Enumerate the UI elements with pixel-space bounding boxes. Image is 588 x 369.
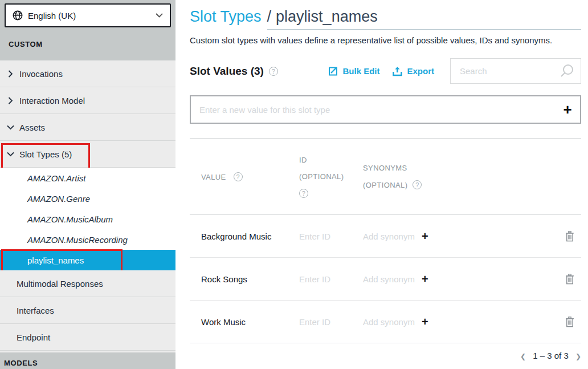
page-title: playlist_names	[276, 8, 378, 25]
main-content: Slot Types /playlist_names Custom slot t…	[175, 0, 588, 369]
chevron-icon	[8, 70, 19, 78]
slot-type-item-label: AMAZON.Artist	[27, 173, 86, 183]
pagination-prev-icon[interactable]: ❮	[520, 352, 526, 360]
sidebar-lower-nav: Multimodal Responses Interfaces Endpoint	[0, 270, 175, 351]
slot-value-text: Rock Songs	[201, 274, 299, 284]
slot-value-row: Work Music +	[190, 301, 581, 343]
models-section-header: MODELS	[0, 352, 175, 367]
sidebar-nav: Invocations Interaction Model Assets	[0, 60, 175, 168]
new-slot-value-box: +	[190, 95, 581, 124]
slot-value-row: Rock Songs +	[190, 258, 581, 301]
add-synonym-button[interactable]: +	[422, 316, 428, 327]
slot-type-item[interactable]: AMAZON.Artist	[0, 168, 175, 188]
sidebar-nav-item[interactable]: Endpoint	[0, 324, 175, 351]
breadcrumb-parent-link[interactable]: Slot Types	[190, 8, 262, 26]
search-input[interactable]	[460, 66, 559, 76]
sidebar-nav-item-label: Multimodal Responses	[17, 279, 103, 289]
slot-value-text: Work Music	[201, 317, 299, 327]
sidebar-nav-item[interactable]: Assets	[0, 114, 175, 141]
synonym-input[interactable]	[363, 232, 417, 241]
page-description: Custom slot types with values define a r…	[190, 35, 581, 45]
slot-type-item-label: AMAZON.Genre	[27, 194, 90, 204]
synonym-input[interactable]	[363, 317, 417, 327]
column-header-synonyms-optional: (OPTIONAL)	[363, 181, 407, 189]
synonym-input[interactable]	[363, 274, 417, 284]
add-value-button[interactable]: +	[555, 102, 580, 117]
chevron-icon	[8, 151, 19, 158]
breadcrumb: Slot Types /playlist_names	[190, 8, 581, 30]
help-icon[interactable]: ?	[234, 172, 243, 181]
language-section: English (UK) CUSTOM	[0, 0, 175, 60]
add-synonym-button[interactable]: +	[422, 273, 428, 285]
id-input[interactable]	[299, 317, 353, 327]
toolbar: Slot Values (3) ? Bulk Edit Export	[190, 58, 581, 84]
sidebar-nav-item-label: Interfaces	[17, 306, 54, 315]
delete-icon[interactable]	[565, 274, 574, 285]
sidebar-nav-item-label: Interaction Model	[19, 96, 85, 106]
delete-icon[interactable]	[565, 317, 574, 327]
sidebar-nav-item[interactable]: Interfaces	[0, 297, 175, 324]
pagination-label: 1 – 3 of 3	[533, 351, 569, 360]
new-slot-value-input[interactable]	[191, 105, 555, 115]
id-input[interactable]	[299, 274, 353, 284]
breadcrumb-separator: /	[267, 8, 272, 25]
help-icon[interactable]: ?	[269, 67, 278, 76]
pagination: ❮ 1 – 3 of 3 ❯	[190, 351, 581, 360]
sidebar-nav-item-label: Invocations	[19, 69, 63, 79]
add-synonym-button[interactable]: +	[422, 230, 428, 242]
table-header: VALUE ? ID (OPTIONAL) ? SYNONYMS (OPTION…	[190, 138, 581, 215]
sidebar-nav-item[interactable]: Invocations	[0, 60, 175, 87]
bulk-edit-button[interactable]: Bulk Edit	[329, 66, 379, 76]
bulk-edit-icon	[329, 66, 338, 76]
column-header-synonyms: SYNONYMS	[363, 164, 507, 172]
language-selector[interactable]: English (UK)	[5, 3, 171, 27]
language-label: English (UK)	[28, 11, 156, 21]
globe-icon	[13, 10, 23, 21]
sidebar-nav-item[interactable]: Interaction Model	[0, 87, 175, 114]
custom-section-header: CUSTOM	[5, 27, 171, 48]
slot-type-item[interactable]: playlist_names	[0, 250, 175, 270]
column-header-value: VALUE	[201, 173, 226, 181]
id-input[interactable]	[299, 232, 353, 241]
slot-values-table: Background Music + Rock Songs +	[190, 215, 581, 343]
slot-type-item-label: AMAZON.MusicAlbum	[27, 214, 113, 224]
search-icon[interactable]	[559, 63, 575, 79]
chevron-icon	[8, 124, 19, 131]
slot-types-sublist: AMAZON.Artist AMAZON.Genre AMAZON.MusicA…	[0, 168, 175, 270]
sidebar-nav-item-label: Assets	[19, 123, 45, 132]
column-header-id-optional: (OPTIONAL)	[299, 172, 363, 181]
slot-type-item[interactable]: AMAZON.MusicAlbum	[0, 209, 175, 229]
chevron-icon	[8, 97, 19, 104]
slot-value-text: Background Music	[201, 232, 299, 241]
search-box	[450, 58, 581, 84]
slot-type-item-label: AMAZON.MusicRecording	[27, 235, 128, 245]
models-section: MODELS	[0, 352, 175, 369]
sidebar-nav-item-label: Slot Types (5)	[19, 149, 72, 159]
help-icon[interactable]: ?	[299, 189, 308, 198]
sidebar-nav-item[interactable]: Slot Types (5)	[0, 141, 175, 168]
sidebar-nav-item-label: Endpoint	[17, 332, 50, 342]
delete-icon[interactable]	[565, 231, 574, 242]
slot-type-item-label: playlist_names	[27, 256, 84, 265]
pagination-next-icon[interactable]: ❯	[575, 352, 581, 360]
column-header-id: ID	[299, 156, 363, 164]
export-button[interactable]: Export	[392, 66, 434, 76]
section-title: Slot Values (3)	[190, 65, 264, 78]
help-icon[interactable]: ?	[413, 180, 422, 189]
sidebar-nav-item[interactable]: Multimodal Responses	[0, 270, 175, 297]
sidebar: English (UK) CUSTOM Invocations Interact…	[0, 0, 175, 369]
slot-type-item[interactable]: AMAZON.MusicRecording	[0, 229, 175, 250]
export-upload-icon	[392, 66, 403, 76]
chevron-down-icon	[156, 13, 163, 18]
slot-type-item[interactable]: AMAZON.Genre	[0, 188, 175, 209]
slot-value-row: Background Music +	[190, 215, 581, 258]
